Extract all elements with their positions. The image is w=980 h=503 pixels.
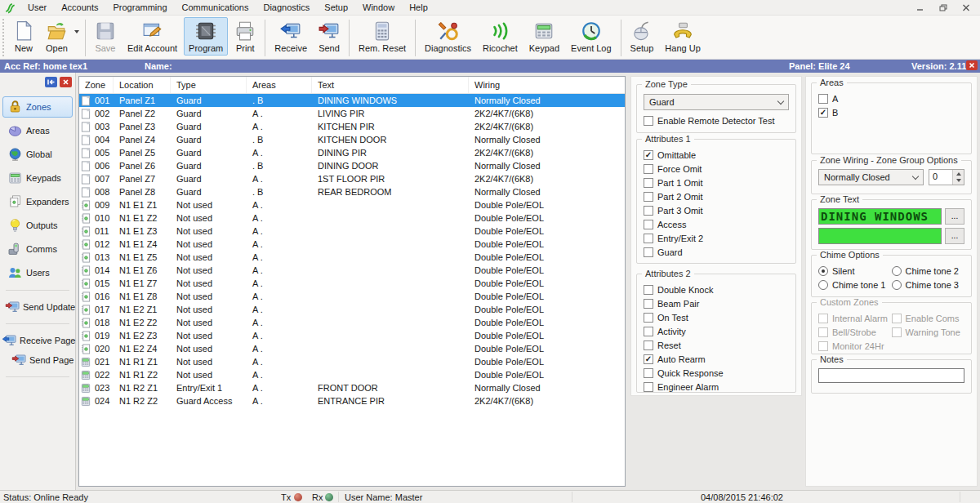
checkbox-engineer-alarm[interactable]: Engineer Alarm bbox=[644, 380, 789, 394]
zone-row-004[interactable]: 004Panel Z4Guard. BKITCHEN DOORNormally … bbox=[79, 133, 625, 146]
notes-input[interactable] bbox=[818, 368, 964, 383]
minimize-button[interactable] bbox=[915, 2, 926, 12]
checkbox-auto-rearm[interactable]: Auto Rearm bbox=[644, 352, 789, 366]
checkbox-quick-response[interactable]: Quick Response bbox=[644, 366, 789, 380]
zone-row-008[interactable]: 008Panel Z8Guard. BREAR BEDROOMNormally … bbox=[79, 185, 625, 198]
sidebar-item-expanders[interactable]: Expanders bbox=[2, 191, 73, 212]
checkbox-part-2-omit[interactable]: Part 2 Omit bbox=[644, 189, 789, 203]
sidebar-action-send-update[interactable]: Send Update bbox=[0, 297, 75, 317]
zone-row-017[interactable]: 017N1 E2 Z1Not usedA .Double Pole/EOL bbox=[79, 303, 625, 316]
checkbox-bell-strobe[interactable]: Bell/Strobe bbox=[818, 325, 892, 339]
zone-row-019[interactable]: 019N1 E2 Z3Not usedA .Double Pole/EOL bbox=[79, 329, 625, 342]
column-header-zone[interactable]: Zone bbox=[79, 77, 114, 93]
menu-window[interactable]: Window bbox=[355, 1, 402, 14]
checkbox-internal-alarm-checkbox[interactable] bbox=[818, 314, 828, 323]
checkbox-area-a[interactable]: A bbox=[818, 91, 964, 105]
checkbox-activity-checkbox[interactable] bbox=[644, 327, 653, 336]
dock-sidebar-icon[interactable] bbox=[45, 77, 57, 87]
menu-setup[interactable]: Setup bbox=[317, 1, 355, 14]
checkbox-entry-exit-2[interactable]: Entry/Exit 2 bbox=[644, 231, 789, 245]
column-header-type[interactable]: Type bbox=[171, 77, 247, 93]
toolbar-program-button[interactable]: Program bbox=[184, 17, 228, 56]
radio-chime-tone-2[interactable]: Chime tone 2 bbox=[892, 264, 965, 278]
menu-communications[interactable]: Communications bbox=[175, 1, 256, 14]
menu-accounts[interactable]: Accounts bbox=[54, 1, 105, 14]
checkbox-reset-checkbox[interactable] bbox=[644, 341, 653, 350]
spinner-up-icon[interactable] bbox=[953, 170, 964, 177]
zone-row-014[interactable]: 014N1 E1 Z6Not usedA .Double Pole/EOL bbox=[79, 264, 625, 277]
zone-row-003[interactable]: 003Panel Z3GuardA .KITCHEN PIR2K2/4K7/(6… bbox=[79, 120, 625, 133]
checkbox-omittable-checkbox[interactable] bbox=[644, 150, 653, 160]
radio-chime-tone-1-radio[interactable] bbox=[818, 280, 828, 290]
checkbox-guard[interactable]: Guard bbox=[644, 245, 789, 259]
toolbar-new-button[interactable]: New bbox=[8, 17, 39, 56]
sidebar-action-send-page[interactable]: Send Page bbox=[0, 350, 75, 370]
sidebar-item-users[interactable]: Users bbox=[2, 262, 73, 283]
toolbar-save-button[interactable]: Save bbox=[90, 17, 121, 56]
zone-row-011[interactable]: 011N1 E1 Z3Not usedA .Double Pole/EOL bbox=[79, 225, 625, 238]
zone-row-006[interactable]: 006Panel Z6Guard. BDINING DOORNormally C… bbox=[79, 159, 625, 172]
column-header-text[interactable]: Text bbox=[312, 77, 469, 93]
checkbox-quick-response-checkbox[interactable] bbox=[644, 368, 653, 378]
checkbox-internal-alarm[interactable]: Internal Alarm bbox=[818, 311, 892, 325]
checkbox-beam-pair-checkbox[interactable] bbox=[644, 299, 653, 309]
toolbar-receive-button[interactable]: Receive bbox=[270, 17, 312, 56]
checkbox-enable-coms[interactable]: Enable Coms bbox=[892, 311, 965, 325]
zone-row-010[interactable]: 010N1 E1 Z2Not usedA .Double Pole/EOL bbox=[79, 211, 625, 225]
toolbar-send-button[interactable]: Send bbox=[314, 17, 345, 56]
zone-row-018[interactable]: 018N1 E2 Z2Not usedA .Double Pole/EOL bbox=[79, 316, 625, 329]
checkbox-force-omit-checkbox[interactable] bbox=[644, 164, 653, 174]
menu-programming[interactable]: Programming bbox=[105, 1, 174, 14]
column-header-areas[interactable]: Areas bbox=[247, 77, 312, 93]
radio-silent-radio[interactable] bbox=[818, 266, 828, 276]
checkbox-access[interactable]: Access bbox=[644, 217, 789, 231]
checkbox-warning-tone[interactable]: Warning Tone bbox=[892, 325, 965, 339]
checkbox-part-3-omit[interactable]: Part 3 Omit bbox=[644, 203, 789, 217]
radio-chime-tone-3[interactable]: Chime tone 3 bbox=[892, 278, 965, 292]
checkbox-on-test[interactable]: On Test bbox=[644, 310, 789, 324]
toolbar-event-log-button[interactable]: Event Log bbox=[566, 17, 617, 56]
checkbox-access-checkbox[interactable] bbox=[644, 220, 653, 229]
zone-row-007[interactable]: 007Panel Z7GuardA .1ST FLOOR PIR2K2/4K7/… bbox=[79, 172, 625, 185]
zone-row-016[interactable]: 016N1 E1 Z8Not usedA .Double Pole/EOL bbox=[79, 290, 625, 303]
checkbox-monitor-24hr[interactable]: Monitor 24Hr bbox=[818, 339, 892, 353]
checkbox-double-knock[interactable]: Double Knock bbox=[644, 283, 789, 296]
zone-group-spinner[interactable]: 0 bbox=[929, 169, 964, 185]
restore-button[interactable] bbox=[938, 2, 949, 12]
zone-wiring-select[interactable]: Normally Closed bbox=[818, 169, 924, 185]
sidebar-item-comms[interactable]: Comms bbox=[2, 238, 73, 260]
account-close-icon[interactable] bbox=[966, 60, 978, 70]
column-header-wiring[interactable]: Wiring bbox=[469, 77, 625, 93]
checkbox-activity[interactable]: Activity bbox=[644, 324, 789, 338]
checkbox-engineer-alarm-checkbox[interactable] bbox=[644, 382, 653, 392]
checkbox-reset[interactable]: Reset bbox=[644, 338, 789, 352]
zone-row-023[interactable]: 023N1 R2 Z1Entry/Exit 1A .FRONT DOORNorm… bbox=[79, 381, 625, 394]
zone-row-012[interactable]: 012N1 E1 Z4Not usedA .Double Pole/EOL bbox=[79, 238, 625, 251]
zone-type-select[interactable]: Guard bbox=[644, 94, 789, 110]
sidebar-item-zones[interactable]: Zones bbox=[2, 96, 73, 118]
checkbox-entry-exit-2-checkbox[interactable] bbox=[644, 234, 653, 243]
radio-chime-tone-1[interactable]: Chime tone 1 bbox=[818, 278, 892, 292]
toolbar-hang-up-button[interactable]: Hang Up bbox=[660, 17, 705, 56]
checkbox-bell-strobe-checkbox[interactable] bbox=[818, 327, 828, 337]
checkbox-part-1-omit[interactable]: Part 1 Omit bbox=[644, 176, 789, 189]
sidebar-item-keypads[interactable]: Keypads bbox=[2, 167, 73, 189]
toolbar-keypad-button[interactable]: Keypad bbox=[524, 17, 564, 56]
checkbox-enable-remote-detector-test[interactable]: Enable Remote Detector Test bbox=[644, 114, 789, 127]
toolbar-edit-account-button[interactable]: Edit Account bbox=[122, 17, 182, 56]
checkbox-warning-tone-checkbox[interactable] bbox=[892, 327, 902, 337]
menu-user[interactable]: User bbox=[20, 1, 54, 14]
zone-text-more-button-2[interactable]: ... bbox=[945, 228, 964, 244]
zone-row-005[interactable]: 005Panel Z5GuardA .DINING PIR2K2/4K7/(6K… bbox=[79, 146, 625, 159]
toolbar-print-button[interactable]: Print bbox=[229, 17, 261, 56]
close-button[interactable] bbox=[960, 2, 972, 12]
zone-row-021[interactable]: 021N1 R1 Z1Not usedA .Double Pole/EOL bbox=[79, 355, 625, 368]
radio-chime-tone-3-radio[interactable] bbox=[892, 280, 902, 290]
zone-text-field-2[interactable] bbox=[818, 228, 942, 244]
checkbox-area-b-checkbox[interactable] bbox=[818, 108, 828, 118]
checkbox-guard-checkbox[interactable] bbox=[644, 247, 653, 257]
checkbox-omittable[interactable]: Omittable bbox=[644, 148, 789, 162]
sidebar-item-areas[interactable]: Areas bbox=[2, 120, 73, 141]
checkbox-beam-pair[interactable]: Beam Pair bbox=[644, 296, 789, 310]
zone-row-013[interactable]: 013N1 E1 Z5Not usedA .Double Pole/EOL bbox=[79, 251, 625, 264]
